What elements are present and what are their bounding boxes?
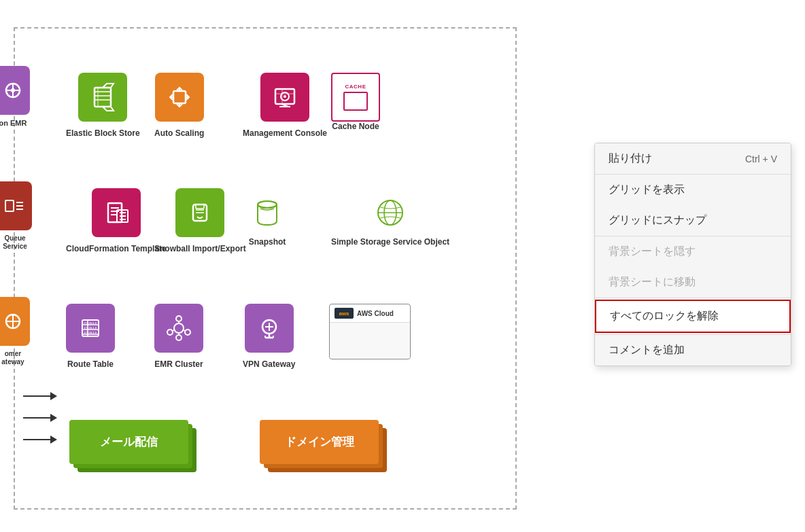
svg-point-30 — [258, 201, 277, 208]
partial-emr-icon: on EMR — [0, 66, 30, 127]
svg-rect-13 — [5, 200, 14, 211]
auto-scaling-icon[interactable]: Auto Scaling — [154, 66, 204, 139]
partial-queue-icon: QueueService — [0, 181, 32, 251]
arrow-1 — [23, 392, 57, 400]
svg-point-44 — [176, 316, 182, 321]
menu-separator-3 — [595, 298, 791, 298]
svg-text:172.16.0.0: 172.16.0.0 — [84, 321, 97, 325]
management-console-icon[interactable]: Management Console — [243, 66, 327, 139]
menu-item-show-grid[interactable]: グリッドを表示 — [595, 175, 791, 205]
canvas-area: on EMR Elastic Block Store — [14, 27, 517, 510]
svg-text:172.16.1.0: 172.16.1.0 — [84, 326, 97, 330]
s3-object-icon[interactable]: Simple Storage Service Object — [331, 181, 449, 248]
svg-point-45 — [176, 335, 182, 340]
snapshot-icon[interactable]: Snapshot — [243, 181, 292, 248]
menu-item-paste[interactable]: 貼り付け Ctrl + V — [595, 143, 791, 174]
elastic-block-store-icon[interactable]: Elastic Block Store — [66, 66, 140, 139]
cache-node-icon[interactable]: CACHE Cache Node — [331, 66, 380, 132]
snowball-icon[interactable]: Snowball Import/Export — [154, 181, 246, 255]
svg-point-46 — [167, 330, 173, 335]
menu-item-move-bg: 背景シートに移動 — [595, 267, 791, 298]
mail-delivery-shape[interactable]: メール配信 — [69, 420, 199, 478]
svg-point-8 — [284, 95, 286, 98]
menu-item-unlock-all[interactable]: すべてのロックを解除 — [595, 300, 791, 333]
menu-item-hide-bg: 背景シートを隠す — [595, 236, 791, 267]
context-menu: 貼り付け Ctrl + V グリッドを表示 グリッドにスナップ 背景シートを隠す… — [594, 143, 791, 366]
route-table-icon[interactable]: 172.16.0.0 172.16.1.0 172.16.2.0 Route T… — [66, 297, 115, 370]
menu-item-snap-grid[interactable]: グリッドにスナップ — [595, 205, 791, 236]
emr-cluster-icon[interactable]: EMR Cluster — [154, 297, 203, 370]
aws-cloud-item: aws AWS Cloud — [329, 304, 411, 359]
partial-customer-gateway-icon: omerateway — [0, 297, 30, 366]
svg-rect-4 — [95, 88, 111, 107]
domain-management-shape[interactable]: ドメイン管理 — [260, 420, 389, 478]
cloudformation-template-icon[interactable]: CloudFormation Template — [66, 181, 167, 255]
arrow-2 — [23, 414, 57, 422]
menu-item-add-comment[interactable]: コメントを追加 — [595, 335, 791, 366]
svg-point-47 — [185, 330, 190, 335]
vpn-gateway-icon[interactable]: VPN Gateway — [243, 297, 295, 370]
svg-text:172.16.2.0: 172.16.2.0 — [84, 331, 97, 334]
svg-rect-5 — [173, 91, 186, 103]
arrows-area — [23, 392, 57, 444]
svg-point-43 — [174, 323, 184, 333]
arrow-3 — [23, 436, 57, 444]
